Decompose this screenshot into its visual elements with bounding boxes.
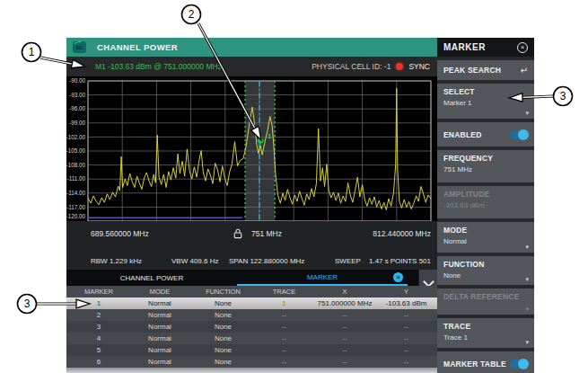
chevron-down-icon: ▾ — [525, 244, 529, 251]
app-title-bar: 5G CHANNEL POWER — [66, 38, 437, 57]
svg-text:-117.00: -117.00 — [66, 204, 85, 210]
measurement-status-bar: M1 -103.63 dBm @ 751.000000 MHz PHYSICAL… — [66, 57, 437, 76]
trace-dropdown[interactable]: TRACE Trace 1 ▾ — [437, 318, 534, 348]
marker-table-toggle[interactable] — [510, 360, 528, 369]
select-marker-dropdown[interactable]: SELECT Marker 1 ▾ — [437, 84, 534, 119]
chevron-down-icon: ▾ — [525, 276, 529, 283]
svg-text:-96.00: -96.00 — [69, 105, 85, 111]
marker-settings-panel: MARKER × PEAK SEARCH ↵ SELECT Marker 1 ▾… — [437, 38, 534, 373]
sweep-time: 1.47 s — [369, 257, 389, 265]
col-y: Y — [375, 288, 437, 296]
sweep-label: SWEEP — [335, 257, 361, 265]
col-trace: TRACE — [254, 288, 314, 296]
col-mode: MODE — [127, 288, 192, 296]
lock-icon — [233, 228, 242, 241]
spectrum-chart[interactable]: -90.00-93.00-96.00-99.00-102.00-105.00-1… — [66, 76, 437, 221]
panel-header: MARKER × — [437, 38, 534, 57]
panel-close-icon[interactable]: × — [517, 42, 528, 53]
tab-marker[interactable]: MARKER × — [237, 270, 408, 286]
5g-app-icon: 5G — [73, 41, 86, 53]
marker-table-toggle-row[interactable]: MARKER TABLE — [437, 351, 534, 373]
enabled-toggle-row[interactable]: ENABLED — [437, 122, 534, 147]
start-frequency: 689.560000 MHz — [91, 229, 149, 238]
marker-table-header: MARKER MODE FUNCTION TRACE X Y — [66, 286, 437, 298]
rbw-value: RBW 1.229 kHz — [91, 257, 142, 265]
enter-icon: ↵ — [521, 66, 528, 75]
enabled-toggle[interactable] — [510, 130, 528, 139]
function-dropdown[interactable]: FUNCTION None ▾ — [437, 256, 534, 285]
page-title: CHANNEL POWER — [97, 42, 178, 52]
frequency-field[interactable]: FREQUENCY 751 MHz — [437, 150, 534, 182]
marker-readout: M1 -103.63 dBm @ 751.000000 MHz — [95, 62, 222, 71]
bottom-tab-bar: CHANNEL POWER MARKER × — [66, 270, 437, 286]
svg-text:-111.00: -111.00 — [67, 175, 86, 182]
table-bottom-fade — [66, 368, 437, 373]
sync-status-icon — [396, 63, 403, 70]
chevron-down-icon: ▾ — [525, 306, 529, 313]
svg-text:-105.00: -105.00 — [66, 147, 85, 154]
panel-title: MARKER — [443, 42, 486, 52]
marker-table-row-6[interactable]: 6NormalNone------ — [66, 356, 437, 368]
svg-text:2: 2 — [189, 8, 195, 21]
chevron-down-icon: ▾ — [525, 110, 529, 117]
tab-marker-label: MARKER — [307, 273, 338, 281]
physical-cell-id: PHYSICAL CELL ID: -1 — [312, 62, 391, 71]
peak-search-button[interactable]: PEAK SEARCH ↵ — [437, 60, 534, 80]
svg-text:3: 3 — [560, 90, 566, 102]
stop-frequency: 812.440000 MHz — [373, 229, 431, 238]
amplitude-field: AMPLITUDE -103.63 dBm — [437, 186, 534, 218]
delta-reference-dropdown: DELTA REFERENCE ▾ — [437, 289, 534, 315]
manual-figure-page: { "header": { "app_icon_text": "5G", "ti… — [0, 0, 588, 373]
points-count: POINTS 501 — [391, 257, 431, 265]
svg-text:-114.00: -114.00 — [66, 190, 85, 196]
svg-text:3: 3 — [24, 298, 31, 310]
col-function: FUNCTION — [192, 288, 254, 296]
svg-text:1: 1 — [29, 46, 35, 58]
tab-close-icon[interactable]: × — [393, 272, 403, 282]
tab-channel-power[interactable]: CHANNEL POWER — [66, 270, 237, 286]
vbw-value: VBW 409.6 Hz — [171, 257, 218, 265]
center-frequency[interactable]: 751 MHz — [251, 229, 282, 238]
svg-text:-93.00: -93.00 — [69, 92, 85, 98]
measurement-area: 5G CHANNEL POWER M1 -103.63 dBm @ 751.00… — [66, 38, 437, 373]
spectrum-trace-plot[interactable]: -90.00-93.00-96.00-99.00-102.00-105.00-1… — [66, 76, 437, 221]
svg-text:-99.00: -99.00 — [69, 120, 85, 126]
svg-text:-108.00: -108.00 — [66, 162, 85, 168]
instrument-screen: 5G CHANNEL POWER M1 -103.63 dBm @ 751.00… — [66, 38, 534, 373]
span-value[interactable]: SPAN 122.880000 MHz — [229, 257, 304, 265]
mode-dropdown[interactable]: MODE Normal ▾ — [437, 222, 534, 253]
marker-table-row-2[interactable]: 2NormalNone------ — [66, 309, 437, 321]
svg-text:-120.00: -120.00 — [66, 213, 85, 219]
chevron-down-icon: ▾ — [525, 339, 529, 346]
svg-text:-90.00: -90.00 — [69, 77, 85, 84]
svg-text:1: 1 — [268, 133, 271, 139]
col-x: X — [314, 288, 375, 296]
marker-table-row-3[interactable]: 3NormalNone------ — [66, 321, 437, 333]
frequency-strip: 689.560000 MHz 751 MHz 812.440000 MHz RB… — [66, 221, 437, 270]
sync-label: SYNC — [408, 62, 430, 71]
marker-table-row-4[interactable]: 4NormalNone------ — [66, 333, 437, 344]
marker-table-row-1[interactable]: 1 Normal None 1 751.000000 MHz -103.63 d… — [66, 298, 437, 309]
marker-table-row-5[interactable]: 5NormalNone------ — [66, 344, 437, 356]
svg-text:-102.00: -102.00 — [66, 134, 85, 140]
col-marker: MARKER — [70, 288, 127, 296]
